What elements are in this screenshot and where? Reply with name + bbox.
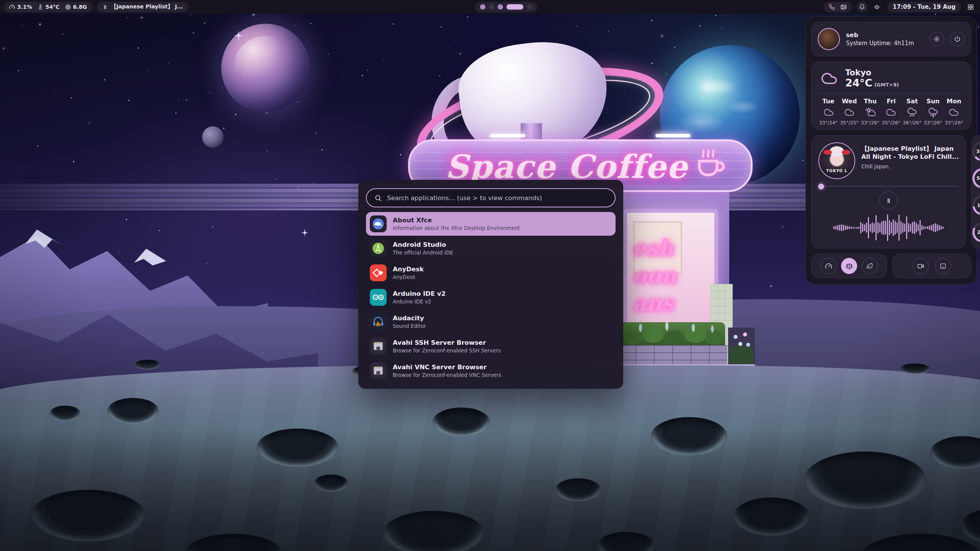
app-description: Browse for Zeroconf-enabled VNC Servers: [393, 372, 501, 378]
gauge-chip: 14%: [972, 194, 980, 216]
app-name: Android Studio: [393, 241, 453, 249]
waveform-bar: [862, 223, 863, 232]
search-icon: [374, 194, 382, 202]
workspace-dot-4[interactable]: [506, 4, 523, 10]
waveform-bar: [872, 222, 873, 233]
workspace-indicator[interactable]: [475, 2, 537, 12]
weather-current: Tokyo 24°C (GMT+9): [819, 68, 963, 89]
waveform-bar: [851, 227, 852, 229]
search-input[interactable]: [386, 194, 607, 202]
powersave-profile-button[interactable]: [862, 258, 878, 274]
now-playing-label: 【Japanese Playlist】 J...: [111, 3, 183, 10]
album-art[interactable]: TOKYO L: [818, 142, 855, 179]
app-name: AnyDesk: [393, 266, 424, 273]
track-progress-bar[interactable]: [818, 186, 959, 187]
waveform-bar: [923, 226, 924, 229]
cloud-icon: [949, 107, 959, 117]
storm-icon: [928, 107, 938, 117]
app-text: AudacitySound Editor: [393, 315, 426, 329]
clock[interactable]: 17:09 - Tue, 19 Aug: [887, 2, 961, 12]
waveform-bar: [900, 221, 902, 234]
waveform-bar: [856, 227, 858, 229]
forecast-temps: 33°/26°: [924, 120, 942, 126]
balanced-profile-button[interactable]: [841, 258, 857, 274]
workspace-dot-5[interactable]: [527, 4, 532, 10]
system-gauges-card: 3.1%54°C14%24%: [971, 135, 980, 248]
app-list-item[interactable]: Avahi VNC Server BrowserBrowse for Zeroc…: [366, 359, 616, 383]
workspace-dot-3[interactable]: [498, 4, 503, 10]
user-name: seb: [846, 31, 923, 39]
waveform-bar: [931, 225, 932, 231]
app-list-item[interactable]: Android StudioThe official Android IDE: [366, 236, 616, 260]
cloud-icon: [819, 70, 839, 87]
forecast-day: Tue33°/24°: [819, 98, 838, 126]
waveform-bar: [877, 222, 879, 233]
waveform-bar: [870, 224, 871, 231]
forecast-day-label: Thu: [864, 98, 877, 105]
search-bar[interactable]: [366, 188, 616, 207]
system-stats-pill[interactable]: 3.1%54°C6.8G: [4, 2, 92, 12]
waveform-bar: [920, 220, 921, 235]
sun-cloud-icon: [865, 107, 875, 117]
progress-handle[interactable]: [818, 184, 824, 189]
forecast-day-label: Tue: [822, 98, 834, 105]
chip-icon: [65, 4, 71, 10]
app-list-item[interactable]: Avahi SSH Server BrowserBrowse for Zeroc…: [366, 334, 616, 358]
waveform-bar: [841, 224, 842, 231]
forecast-day: Mon33°/26°: [945, 98, 963, 126]
forecast-day-label: Mon: [947, 98, 961, 105]
app-name: Arduino IDE v2: [393, 290, 446, 298]
forecast-temps: 33°/26°: [861, 120, 880, 126]
scales-icon: [846, 262, 853, 270]
app-list-item[interactable]: AnyDeskAnyDesk: [366, 261, 616, 285]
forecast-temps: 35°/25°: [840, 120, 859, 126]
app-list-item[interactable]: AudacitySound Editor: [366, 310, 616, 334]
forecast-day-label: Wed: [842, 98, 857, 105]
forecast-day: Sun33°/26°: [924, 98, 942, 126]
wallpaper-icon[interactable]: [840, 4, 847, 10]
waveform-bar: [885, 221, 886, 235]
gauge-icon: [825, 262, 832, 270]
avatar[interactable]: [818, 28, 840, 50]
music-player-card: TOKYO L 【Japanese Playlist】 Japan All Ni…: [811, 135, 966, 248]
notifications-button[interactable]: [857, 2, 867, 12]
divider: [819, 93, 963, 94]
clock-label: 17:09 - Tue, 19 Aug: [893, 3, 956, 10]
performance-profile-button[interactable]: [820, 258, 836, 274]
rain-icon: [907, 107, 917, 117]
waveform-bar: [908, 223, 909, 232]
gauge-value: 3.1%: [972, 140, 980, 162]
waveform-bar: [887, 214, 888, 241]
power-button[interactable]: [950, 32, 965, 46]
waveform-bar: [921, 225, 923, 230]
settings-button[interactable]: [929, 32, 944, 46]
anydesk-app-icon: [370, 264, 387, 281]
app-text: AnyDeskAnyDesk: [393, 266, 424, 280]
album-art-text: TOKYO L: [819, 169, 854, 173]
waveform-bar: [833, 226, 835, 229]
screen-record-button[interactable]: [913, 258, 929, 274]
phone-link-icon[interactable]: [829, 4, 835, 10]
now-playing-pill[interactable]: 【Japanese Playlist】 J...: [97, 2, 188, 12]
gauge-value: 14%: [972, 194, 980, 216]
app-list-item[interactable]: About XfceInformation about the Xfce Des…: [366, 212, 616, 236]
waveform-bar: [860, 222, 861, 233]
waveform-bar: [929, 225, 930, 230]
waveform-bar: [895, 221, 896, 235]
forecast-day: Sat36°/26°: [903, 98, 921, 126]
network-app-icon: [370, 338, 387, 355]
pause-button[interactable]: [879, 191, 898, 210]
app-list-item[interactable]: Arduino IDE v2Arduino IDE v2: [366, 285, 616, 309]
top-bar: 3.1%54°C6.8G 【Japanese Playlist】 J...: [0, 0, 980, 14]
waveform-bar: [849, 226, 850, 229]
stat-value: 6.8G: [73, 4, 87, 10]
volume-button[interactable]: [872, 2, 883, 12]
workspace-dot-2[interactable]: [489, 4, 494, 10]
screenshot-button[interactable]: [935, 258, 951, 274]
forecast-day-label: Sat: [906, 98, 918, 105]
power-icon: [954, 36, 961, 42]
app-name: About Xfce: [393, 217, 520, 224]
app-grid-button[interactable]: [965, 2, 976, 12]
video-camera-icon: [917, 262, 924, 270]
workspace-dot-1[interactable]: [480, 4, 485, 10]
